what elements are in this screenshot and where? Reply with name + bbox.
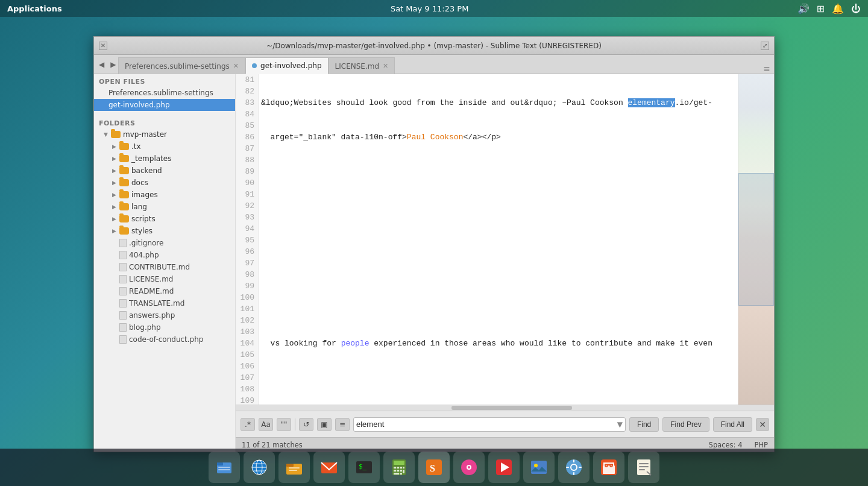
code-line-87 <box>261 303 735 315</box>
folder-name-scripts: scripts <box>131 215 156 223</box>
line-numbers: 8182838485 8687888990 9192939495 9697989… <box>236 74 259 405</box>
display-icon[interactable]: ⊞ <box>817 3 825 14</box>
folder-lang[interactable]: ▶ lang <box>94 201 235 213</box>
find-button[interactable]: Find <box>629 417 659 432</box>
minimap[interactable] <box>738 74 774 405</box>
svg-rect-12 <box>289 467 300 469</box>
folder-icon-scripts <box>119 215 129 222</box>
find-input-wrapper: ▼ <box>353 417 626 432</box>
tab-get-involved[interactable]: get-involved.php <box>245 57 329 74</box>
tab-navigation: ◀ ▶ <box>94 55 121 74</box>
taskbar-item-music[interactable] <box>453 452 485 483</box>
file-code-of-conduct[interactable]: ▶ code-of-conduct.php <box>94 333 235 346</box>
sidebar-file-preferences[interactable]: Preferences.sublime-settings <box>94 87 235 99</box>
file-icon-404 <box>119 251 127 259</box>
find-input[interactable] <box>356 420 617 429</box>
taskbar-item-files[interactable] <box>278 452 310 483</box>
sidebar-file-get-involved[interactable]: get-involved.php <box>94 99 235 111</box>
sidebar: OPEN FILES Preferences.sublime-settings … <box>94 74 236 452</box>
taskbar-item-store[interactable] <box>593 452 624 483</box>
find-context-button[interactable]: ≡ <box>335 418 350 431</box>
folder-arrow-styles: ▶ <box>112 228 119 234</box>
find-word-button[interactable]: "" <box>277 418 291 431</box>
file-translate[interactable]: ▶ TRANSLATE.md <box>94 297 235 309</box>
tab-preferences[interactable]: Preferences.sublime-settings ✕ <box>118 57 245 74</box>
folders-heading: FOLDERS <box>94 116 235 128</box>
file-icon-contribute <box>119 263 127 271</box>
folder-scripts[interactable]: ▶ scripts <box>94 213 235 225</box>
scrollbar-horizontal[interactable] <box>236 405 774 411</box>
find-insel-button[interactable]: ▣ <box>317 418 332 431</box>
find-dropdown-button[interactable]: ▼ <box>617 420 623 429</box>
svg-rect-42 <box>566 467 569 468</box>
taskbar-item-sublime[interactable]: S <box>418 452 450 483</box>
tab-preferences-close[interactable]: ✕ <box>233 62 239 70</box>
svg-text:S: S <box>430 463 435 473</box>
file-gitignore[interactable]: ▶ .gitignore <box>94 237 235 249</box>
window-close-button[interactable]: ✕ <box>99 42 107 50</box>
tab-license-close[interactable]: ✕ <box>383 62 388 70</box>
svg-rect-19 <box>394 467 396 469</box>
taskbar-item-calc[interactable] <box>383 452 415 483</box>
folder-docs[interactable]: ▶ docs <box>94 177 235 189</box>
folder-name-templates: _templates <box>131 154 171 163</box>
folder-backend[interactable]: ▶ backend <box>94 165 235 177</box>
svg-point-33 <box>468 466 470 469</box>
taskbar-item-notes[interactable] <box>628 452 659 483</box>
folder-icon-styles <box>119 227 129 235</box>
tabs-menu-button[interactable]: ≡ <box>763 64 774 74</box>
taskbar-item-filemanager[interactable] <box>209 452 240 483</box>
svg-rect-27 <box>394 473 399 475</box>
taskbar-item-settings[interactable] <box>558 452 590 483</box>
find-all-button[interactable]: Find All <box>713 417 752 432</box>
file-readme[interactable]: ▶ README.md <box>94 285 235 297</box>
find-close-button[interactable]: ✕ <box>756 418 769 431</box>
find-wrap-button[interactable]: ↺ <box>299 418 313 431</box>
file-answers[interactable]: ▶ answers.php <box>94 309 235 321</box>
tab-nav-prev[interactable]: ◀ <box>96 59 107 70</box>
taskbar-item-terminal[interactable]: $_ <box>348 452 380 483</box>
taskbar-item-browser[interactable] <box>244 452 275 483</box>
bell-icon[interactable]: 🔔 <box>832 3 844 14</box>
file-name-contribute: CONTRIBUTE.md <box>129 263 190 271</box>
folder-icon-backend <box>119 167 129 174</box>
svg-rect-18 <box>394 461 404 465</box>
taskbar-item-mail[interactable] <box>313 452 345 483</box>
file-icon-answers <box>119 311 127 320</box>
folder-images[interactable]: ▶ images <box>94 189 235 201</box>
file-404[interactable]: ▶ 404.php <box>94 249 235 261</box>
code-editor[interactable]: 8182838485 8687888990 9192939495 9697989… <box>236 74 774 452</box>
top-bar: Applications Sat May 9 11:23 PM 🔊 ⊞ 🔔 ⏻ <box>0 0 868 17</box>
folder-tx[interactable]: ▶ .tx <box>94 140 235 153</box>
folder-arrow-mvp-master: ▼ <box>104 131 111 137</box>
applications-menu[interactable]: Applications <box>7 4 62 13</box>
window-expand-button[interactable]: ⤢ <box>761 42 769 50</box>
code-line-89 <box>261 372 735 383</box>
file-name-code-of-conduct: code-of-conduct.php <box>129 335 203 344</box>
folder-icon-mvp-master <box>111 131 121 138</box>
folder-styles[interactable]: ▶ styles <box>94 225 235 237</box>
tab-nav-next[interactable]: ▶ <box>108 59 118 70</box>
svg-rect-20 <box>397 467 399 469</box>
find-prev-button[interactable]: Find Prev <box>662 417 709 432</box>
svg-rect-43 <box>579 467 582 468</box>
file-contribute[interactable]: ▶ CONTRIBUTE.md <box>94 261 235 273</box>
file-icon-license <box>119 275 127 283</box>
folder-name-mvp-master: mvp-master <box>123 130 167 139</box>
file-blog[interactable]: ▶ blog.php <box>94 321 235 333</box>
find-regex-button[interactable]: .* <box>241 418 255 431</box>
power-icon[interactable]: ⏻ <box>851 3 861 14</box>
code-line-85 <box>261 235 735 246</box>
code-line-82: arget="_blank" data-l10n-off>Paul Cookso… <box>261 131 735 143</box>
svg-rect-1 <box>217 462 223 465</box>
taskbar-item-photos[interactable] <box>523 452 555 483</box>
find-case-button[interactable]: Aa <box>259 418 273 431</box>
folder-templates[interactable]: ▶ _templates <box>94 153 235 165</box>
folder-mvp-master[interactable]: ▼ mvp-master <box>94 128 235 140</box>
taskbar-item-media[interactable] <box>488 452 520 483</box>
volume-icon[interactable]: 🔊 <box>797 3 810 14</box>
tab-license[interactable]: LICENSE.md ✕ <box>329 57 395 74</box>
file-license[interactable]: ▶ LICENSE.md <box>94 273 235 285</box>
code-content[interactable]: &ldquo;Websites should look good from th… <box>259 74 738 405</box>
scrollbar-thumb-horizontal[interactable] <box>451 406 572 410</box>
